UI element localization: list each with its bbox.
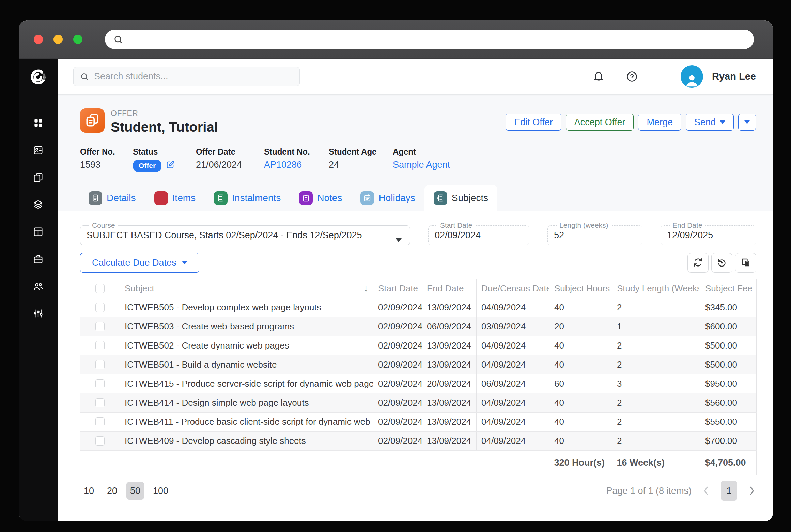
row-select-cell [80,393,120,413]
sidebar-item-courses-stack[interactable] [19,192,58,219]
page-size-50[interactable]: 50 [126,482,144,500]
column-label: End Date [427,283,464,293]
holidays-calendar-icon [360,191,374,205]
column-header-end-date[interactable]: End Date [422,279,477,298]
send-more-button[interactable] [738,114,756,131]
page-size-10[interactable]: 10 [80,482,98,500]
sidebar-item-briefcase[interactable] [19,246,58,273]
table-cell: 04/09/2024 [477,336,549,355]
row-checkbox[interactable] [95,398,105,407]
table-cell: 02/09/2024 [373,374,422,393]
send-button[interactable]: Send [686,114,734,131]
next-page-button[interactable] [747,485,756,497]
edit-offer-button[interactable]: Edit Offer [506,114,561,131]
notifications-button[interactable] [592,70,605,83]
tab-items[interactable]: Items [145,185,205,211]
sidebar-item-layout-table[interactable] [19,219,58,246]
previous-page-button[interactable] [702,485,711,497]
row-checkbox[interactable] [95,436,105,446]
browser-address-bar[interactable] [105,30,754,49]
column-header-start-date[interactable]: Start Date [373,279,422,298]
course-value: SUBJECT BASED Course, Starts 02/Sep/2024… [87,230,404,241]
row-checkbox[interactable] [95,303,105,312]
edit-status-button[interactable] [166,160,175,172]
table-cell: ICTWEB502 - Create dynamic web pages [120,336,373,355]
traffic-light-minimize[interactable] [53,35,63,44]
app-logo-icon[interactable] [27,66,49,87]
search-icon [80,72,89,81]
sidebar [19,59,58,521]
tab-details[interactable]: Details [79,185,145,211]
accept-offer-button[interactable]: Accept Offer [566,114,634,131]
row-checkbox[interactable] [95,417,105,426]
table-cell: 2 [612,393,700,413]
table-cell: $700.00 [700,432,757,451]
column-header-subject-hours[interactable]: Subject Hours [549,279,612,298]
student-search-input[interactable]: Search students... [73,67,300,86]
traffic-light-maximize[interactable] [73,35,82,44]
table-cell: 2 [612,298,700,317]
meta-label: Offer No. [80,147,133,157]
end-date-field: End Date 12/09/2025 [661,221,756,245]
row-select-cell [80,413,120,432]
table-row: ICTWEB501 - Build a dynamic website02/09… [80,355,757,374]
row-checkbox[interactable] [95,379,105,388]
meta-value: 21/06/2024 [196,160,264,170]
help-button[interactable] [626,70,638,83]
sidebar-item-documents-copy[interactable] [19,164,58,192]
meta-label: Student No. [264,147,329,157]
column-chooser-button[interactable] [735,253,756,273]
traffic-light-close[interactable] [34,35,43,44]
select-all-checkbox[interactable] [95,284,105,293]
column-header-subject[interactable]: Subject↓ [120,279,373,298]
page-size-selector: 102050100 [80,482,172,500]
table-cell: 2 [612,413,700,432]
tab-instalments[interactable]: Instalments [205,185,290,211]
page-size-20[interactable]: 20 [103,482,121,500]
start-date-label: Start Date [437,221,475,229]
tab-label: Holidays [378,193,415,204]
avatar[interactable] [681,65,703,88]
sidebar-item-dashboard-grid[interactable] [19,110,58,137]
table-cell: $345.00 [700,298,757,317]
column-label: Study Length (Weeks) [617,283,700,293]
user-name[interactable]: Ryan Lee [712,71,756,82]
select-all-header [80,279,120,298]
history-button[interactable] [711,253,732,273]
sidebar-item-contact-card[interactable] [19,137,58,164]
offer-meta: Offer No.1593StatusOfferOffer Date21/06/… [80,147,756,172]
meta-link[interactable]: Sample Agent [393,160,450,170]
tab-label: Details [107,193,136,204]
table-cell: $600.00 [700,317,757,336]
tab-label: Items [172,193,196,204]
row-checkbox[interactable] [95,341,105,350]
tab-subjects[interactable]: Subjects [424,185,497,211]
row-checkbox[interactable] [95,360,105,369]
sidebar-item-sliders[interactable] [19,301,58,328]
history-icon [717,257,727,269]
page-size-100[interactable]: 100 [150,482,172,500]
column-header-subject-fee[interactable]: Subject Fee [700,279,757,298]
tab-notes[interactable]: Notes [290,185,351,211]
merge-button[interactable]: Merge [638,114,681,131]
course-select[interactable]: Course SUBJECT BASED Course, Starts 02/S… [80,221,410,245]
sidebar-item-people[interactable] [19,273,58,301]
calculate-due-dates-button[interactable]: Calculate Due Dates [80,253,199,273]
row-checkbox[interactable] [95,322,105,331]
table-cell: 13/09/2024 [422,413,477,432]
page-number-button[interactable]: 1 [721,481,737,501]
refresh-button[interactable] [687,253,709,273]
table-cell: 06/09/2024 [422,317,477,336]
sort-descending-icon[interactable]: ↓ [364,283,369,294]
items-list-icon [154,191,168,205]
table-cell: 02/09/2024 [373,393,422,413]
column-header-due-census-date[interactable]: Due/Census Date [477,279,549,298]
table-cell: 04/09/2024 [477,393,549,413]
table-cell: 1 [612,317,700,336]
tab-holidays[interactable]: Holidays [351,185,424,211]
column-header-study-length-weeks[interactable]: Study Length (Weeks) [612,279,700,298]
meta-link[interactable]: AP10286 [264,160,302,170]
start-date-value: 02/09/2024 [435,230,523,241]
meta-text: 24 [329,160,339,170]
header-divider [658,67,658,86]
